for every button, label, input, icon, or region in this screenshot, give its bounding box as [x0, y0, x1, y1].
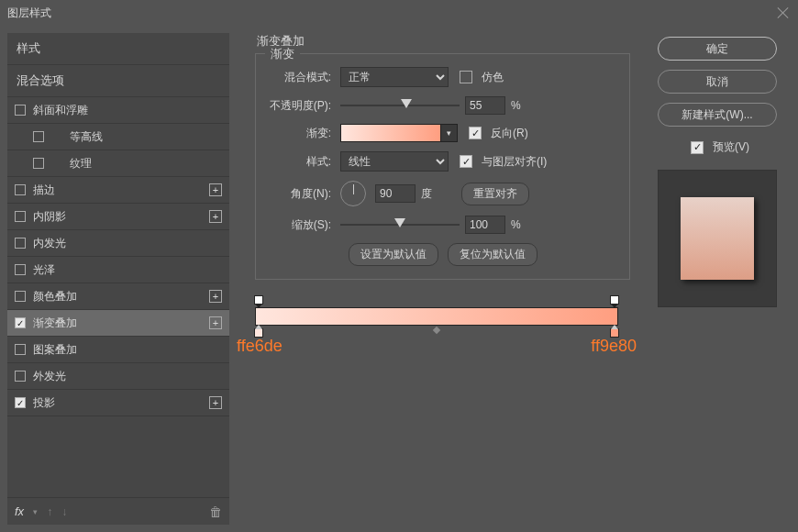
style-checkbox[interactable]	[15, 184, 26, 195]
sidebar-header-blend[interactable]: 混合选项	[7, 65, 229, 97]
window-title: 图层样式	[7, 6, 776, 21]
style-checkbox[interactable]	[15, 238, 26, 249]
gradient-editor[interactable]: ffe6de ff9e80	[255, 307, 618, 326]
sidebar-item-10[interactable]: 外发光	[7, 363, 229, 390]
style-checkbox[interactable]	[15, 105, 26, 116]
plus-icon[interactable]: +	[209, 210, 222, 223]
style-checkbox[interactable]	[15, 371, 26, 382]
reset-align-button[interactable]: 重置对齐	[461, 183, 529, 205]
dropdown-caret-icon[interactable]: ▾	[33, 507, 38, 516]
new-style-button[interactable]: 新建样式(W)...	[658, 103, 777, 127]
gradient-dropdown-icon[interactable]: ▾	[441, 124, 458, 142]
gradient-bar[interactable]	[255, 307, 618, 326]
fx-icon[interactable]: fx	[15, 504, 24, 518]
sidebar-item-label: 内发光	[33, 236, 222, 251]
style-checkbox[interactable]: ✓	[15, 397, 26, 408]
style-checkbox[interactable]	[15, 211, 26, 222]
sidebar-item-6[interactable]: 光泽	[7, 257, 229, 283]
reset-default-button[interactable]: 复位为默认值	[448, 243, 538, 266]
angle-dial[interactable]	[340, 181, 366, 206]
preview-label: 预览(V)	[713, 139, 749, 155]
sidebar-item-4[interactable]: 内阴影+	[7, 204, 229, 230]
sidebar-item-11[interactable]: ✓投影+	[7, 390, 229, 416]
preview-swatch	[681, 197, 754, 280]
scale-value[interactable]: 100	[465, 216, 505, 234]
close-icon[interactable]	[776, 6, 791, 20]
action-panel: 确定 取消 新建样式(W)... ✓ 预览(V)	[644, 33, 791, 525]
style-select[interactable]: 线性	[340, 151, 449, 172]
reverse-label: 反向(R)	[491, 126, 528, 141]
blend-mode-label: 混合模式:	[265, 70, 335, 85]
sidebar-item-7[interactable]: 颜色叠加+	[7, 283, 229, 310]
align-checkbox[interactable]: ✓	[460, 155, 472, 168]
plus-icon[interactable]: +	[209, 316, 222, 329]
align-label: 与图层对齐(I)	[482, 154, 547, 170]
blend-mode-select[interactable]: 正常	[340, 67, 449, 87]
sidebar-item-label: 斜面和浮雕	[33, 103, 222, 118]
sidebar-item-0[interactable]: 斜面和浮雕	[7, 97, 229, 124]
reverse-checkbox[interactable]: ✓	[469, 127, 482, 139]
sidebar-item-label: 渐变叠加	[33, 316, 209, 331]
scale-slider[interactable]	[340, 216, 460, 233]
opacity-value[interactable]: 55	[465, 96, 505, 115]
angle-label: 角度(N):	[265, 186, 335, 202]
gradient-label: 渐变:	[265, 126, 335, 141]
sidebar-item-5[interactable]: 内发光	[7, 230, 229, 257]
sidebar-item-label: 图案叠加	[33, 342, 222, 358]
settings-panel: 渐变叠加 渐变 混合模式: 正常 仿色 不透明度(P): 55 % 渐变: ▾	[238, 33, 635, 525]
sidebar-item-label: 光泽	[33, 262, 222, 278]
style-checkbox[interactable]	[33, 131, 44, 142]
sidebar-item-label: 外发光	[33, 369, 222, 384]
sidebar-item-3[interactable]: 描边+	[7, 177, 229, 204]
sidebar-item-8[interactable]: ✓渐变叠加+	[7, 310, 229, 337]
angle-value[interactable]: 90	[375, 184, 416, 203]
sidebar-item-2[interactable]: 纹理	[7, 150, 229, 177]
sidebar-item-label: 内阴影	[33, 209, 209, 225]
plus-icon[interactable]: +	[209, 396, 222, 409]
trash-icon[interactable]: 🗑	[209, 504, 222, 519]
degree-unit: 度	[421, 186, 432, 202]
percent-unit: %	[511, 99, 521, 112]
scale-label: 缩放(S):	[265, 217, 335, 233]
sidebar-item-9[interactable]: 图案叠加	[7, 337, 229, 363]
arrow-down-icon[interactable]: ↓	[61, 505, 67, 518]
cancel-button[interactable]: 取消	[658, 70, 777, 94]
right-color-annotation: ff9e80	[591, 337, 637, 356]
set-default-button[interactable]: 设置为默认值	[349, 243, 438, 266]
ok-button[interactable]: 确定	[658, 37, 777, 61]
gradient-swatch[interactable]	[340, 124, 441, 142]
percent-unit-2: %	[511, 218, 521, 231]
opacity-stop-left[interactable]	[254, 295, 263, 305]
opacity-slider[interactable]	[340, 97, 460, 114]
dither-checkbox[interactable]	[460, 71, 472, 83]
style-checkbox[interactable]	[15, 344, 26, 355]
title-bar: 图层样式	[0, 0, 798, 26]
preview-box	[658, 170, 777, 307]
style-label: 样式:	[265, 154, 335, 170]
styles-sidebar: 样式 混合选项 斜面和浮雕等高线纹理描边+内阴影+内发光光泽颜色叠加+✓渐变叠加…	[7, 33, 229, 525]
dither-label: 仿色	[482, 70, 504, 85]
preview-checkbox[interactable]: ✓	[691, 141, 704, 154]
sidebar-header-styles[interactable]: 样式	[7, 33, 229, 65]
left-color-annotation: ffe6de	[237, 337, 283, 356]
sidebar-item-label: 颜色叠加	[33, 289, 209, 305]
sidebar-item-label: 等高线	[51, 129, 222, 145]
fieldset-legend: 渐变	[265, 46, 300, 62]
opacity-stop-right[interactable]	[610, 295, 619, 305]
style-checkbox[interactable]	[15, 291, 26, 302]
sidebar-item-label: 投影	[33, 395, 209, 411]
style-checkbox[interactable]	[15, 264, 26, 275]
plus-icon[interactable]: +	[209, 290, 222, 303]
arrow-up-icon[interactable]: ↑	[47, 505, 52, 518]
panel-title: 渐变叠加	[257, 33, 635, 50]
style-checkbox[interactable]	[33, 158, 44, 169]
midpoint-diamond-icon[interactable]	[433, 327, 440, 334]
sidebar-item-label: 纹理	[51, 156, 222, 172]
opacity-label: 不透明度(P):	[265, 98, 335, 114]
sidebar-item-label: 描边	[33, 183, 209, 198]
sidebar-footer: fx ▾ ↑ ↓ 🗑	[7, 497, 229, 525]
style-checkbox[interactable]: ✓	[15, 317, 26, 328]
sidebar-item-1[interactable]: 等高线	[7, 124, 229, 150]
plus-icon[interactable]: +	[209, 183, 222, 196]
